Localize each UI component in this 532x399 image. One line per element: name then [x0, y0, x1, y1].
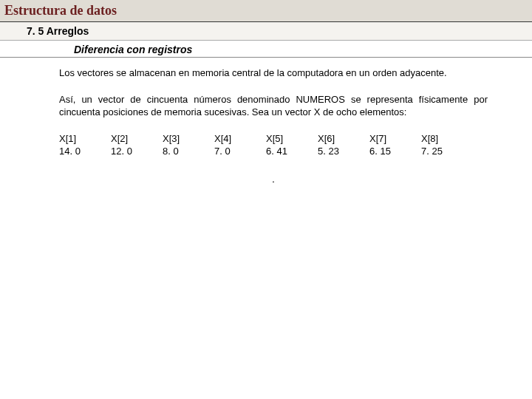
page-title: Estructura de datos: [4, 3, 528, 18]
section-heading: 7. 5 Arreglos: [27, 25, 528, 37]
array-label: X[1]: [59, 132, 95, 146]
array-label: X[8]: [421, 132, 457, 146]
array-col: X[1] 14. 0: [59, 132, 95, 158]
paragraph-2: Así, un vector de cincuenta números deno…: [59, 93, 488, 119]
array-value: 14. 0: [59, 145, 95, 158]
array-value: 6. 41: [266, 145, 301, 158]
array-label: X[7]: [369, 132, 405, 146]
paragraph-1: Los vectores se almacenan en memoria cen…: [59, 66, 488, 80]
array-label: X[3]: [163, 132, 198, 146]
array-col: X[2] 12. 0: [111, 132, 146, 158]
array-label: X[6]: [318, 132, 353, 146]
array-label: X[5]: [266, 132, 301, 146]
array-value: 7. 25: [421, 145, 457, 158]
subsection-bar: Diferencia con registros: [0, 41, 532, 58]
array-label: X[2]: [111, 132, 146, 146]
subsection-heading: Diferencia con registros: [74, 44, 532, 55]
array-label: X[4]: [214, 132, 250, 146]
section-bar: 7. 5 Arreglos: [0, 22, 532, 41]
content-area: Los vectores se almacenan en memoria cen…: [0, 66, 532, 185]
array-value: 12. 0: [111, 145, 146, 158]
array-col: X[7] 6. 15: [369, 132, 405, 158]
array-col: X[6] 5. 23: [318, 132, 353, 158]
array-value: 7. 0: [214, 145, 250, 158]
array-col: X[8] 7. 25: [421, 132, 457, 158]
trailing-dot: .: [59, 173, 488, 185]
title-bar: Estructura de datos: [0, 0, 532, 22]
array-value: 8. 0: [163, 145, 198, 158]
array-col: X[4] 7. 0: [214, 132, 250, 158]
array-value: 6. 15: [369, 145, 405, 158]
array-table: X[1] 14. 0 X[2] 12. 0 X[3] 8. 0 X[4] 7. …: [59, 132, 488, 158]
array-value: 5. 23: [318, 145, 353, 158]
array-col: X[3] 8. 0: [163, 132, 198, 158]
array-col: X[5] 6. 41: [266, 132, 301, 158]
